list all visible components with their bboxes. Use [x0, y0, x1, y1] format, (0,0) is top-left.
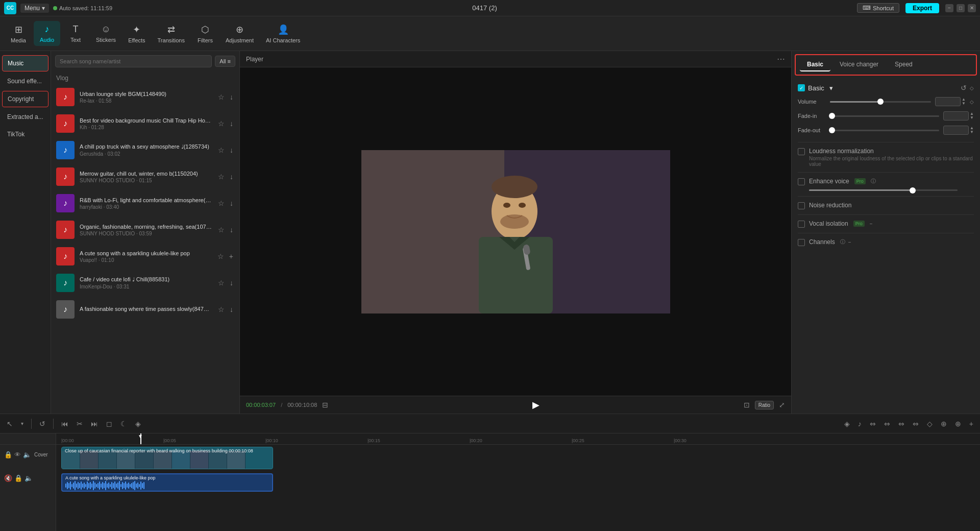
- audio-button[interactable]: ♪: [855, 418, 864, 429]
- enhance-voice-checkbox[interactable]: [798, 178, 805, 185]
- play-button[interactable]: ▶: [532, 399, 540, 411]
- close-button[interactable]: ✕: [968, 4, 976, 12]
- zoom-out-button[interactable]: ⊕: [938, 418, 949, 429]
- fullscreen-button[interactable]: ⤢: [779, 401, 785, 409]
- vocal-info-icon[interactable]: −: [870, 221, 873, 227]
- fadein-slider[interactable]: [830, 115, 939, 117]
- tab-speed[interactable]: Speed: [888, 58, 920, 71]
- undo-button[interactable]: ↺: [37, 418, 48, 429]
- align-button[interactable]: ⇔: [910, 418, 921, 429]
- sidebar-item-copyright[interactable]: Copyright: [2, 91, 48, 107]
- favorite-button[interactable]: ☆: [217, 118, 226, 129]
- audio-lock-icon[interactable]: 🔒: [14, 474, 22, 482]
- player-menu-button[interactable]: ⋯: [777, 54, 785, 64]
- keyframe-button[interactable]: ◇: [924, 418, 935, 429]
- enhance-voice-slider[interactable]: [809, 189, 958, 191]
- vocal-isolation-checkbox[interactable]: [798, 221, 805, 228]
- audio-clip[interactable]: A cute song with a sparkling ukulele-lik…: [61, 473, 273, 492]
- sidebar-item-tiktok[interactable]: TikTok: [2, 127, 48, 142]
- favorite-button[interactable]: ☆: [217, 92, 226, 102]
- volume-input[interactable]: 0.0dB: [935, 97, 961, 106]
- zoom-in-button[interactable]: ⊕: [952, 418, 964, 429]
- fadein-down-arrow[interactable]: ▼: [970, 116, 974, 120]
- toolbar-item-adjustment[interactable]: ⊕ Adjustment: [220, 21, 259, 46]
- select-tool[interactable]: ↖: [4, 418, 15, 429]
- timeline-scroll-area[interactable]: |00:00 |00:05 |00:10 |00:15 |00:20 |00:2…: [56, 433, 980, 531]
- sidebar-item-sound-effects[interactable]: Sound effe...: [2, 74, 48, 89]
- add-track-button[interactable]: +: [967, 418, 976, 429]
- fadeout-down-arrow[interactable]: ▼: [970, 130, 974, 134]
- download-button[interactable]: ↓: [229, 304, 234, 315]
- freeze-button[interactable]: ☾: [118, 418, 130, 429]
- fullscreen-fit-button[interactable]: ⊡: [744, 401, 750, 409]
- favorite-button[interactable]: ☆: [217, 172, 226, 182]
- list-item[interactable]: ♪ A chill pop truck with a sexy atmosphe…: [51, 137, 239, 163]
- search-input[interactable]: [55, 55, 212, 67]
- download-button[interactable]: ↓: [229, 278, 234, 288]
- maximize-button[interactable]: □: [957, 4, 965, 12]
- download-button[interactable]: ↓: [229, 198, 234, 208]
- fadeout-input[interactable]: 0.0s: [943, 126, 969, 135]
- storyboard-button[interactable]: ⊟: [322, 401, 328, 409]
- list-item[interactable]: ♪ Merrow guitar, chill out, winter, emo …: [51, 163, 239, 190]
- minimize-button[interactable]: −: [945, 4, 953, 12]
- download-button[interactable]: ↓: [229, 118, 234, 129]
- split-at-start-button[interactable]: ⏮: [59, 418, 71, 429]
- list-item[interactable]: ♪ R&B with Lo-Fi, light and comfortable …: [51, 190, 239, 216]
- undo-button[interactable]: ↺: [961, 84, 967, 92]
- list-item[interactable]: ♪ Cafe / video cute lofi ♩ Chill(885831)…: [51, 270, 239, 296]
- list-item[interactable]: ♪ A fashionable song where time passes s…: [51, 296, 239, 323]
- toolbar-item-text[interactable]: T Text: [62, 21, 89, 46]
- toolbar-item-stickers[interactable]: ☺ Stickers: [91, 21, 121, 46]
- favorite-button[interactable]: ☆: [217, 145, 226, 155]
- link-button[interactable]: ⇔: [881, 418, 893, 429]
- track-lock-icon[interactable]: 🔒: [4, 451, 12, 458]
- all-filter-button[interactable]: All ≡: [215, 56, 235, 67]
- audio-volume-icon[interactable]: 🔈: [24, 474, 33, 482]
- toolbar-item-transitions[interactable]: ⇄ Transitions: [153, 21, 190, 46]
- favorite-button[interactable]: ☆: [217, 198, 226, 208]
- volume-diamond-button[interactable]: ◇: [970, 99, 974, 105]
- track-visibility-icon[interactable]: 👁: [14, 451, 21, 458]
- fadein-input[interactable]: 0.0s: [943, 111, 969, 120]
- toolbar-item-ai-characters[interactable]: 👤 AI Characters: [261, 21, 305, 46]
- diamond-button[interactable]: ◇: [970, 85, 974, 91]
- group-button[interactable]: ◈: [133, 418, 143, 429]
- list-item[interactable]: ♪ Organic, fashionable, morning, refresh…: [51, 216, 239, 243]
- favorite-button[interactable]: ☆: [217, 225, 226, 235]
- video-clip[interactable]: Close up of caucasian financial reporter…: [61, 447, 273, 469]
- favorite-button[interactable]: ☆: [217, 278, 226, 288]
- channels-info-icon[interactable]: ⓘ: [840, 238, 845, 246]
- delete-button[interactable]: ◻: [104, 418, 115, 429]
- export-button[interactable]: Export: [905, 3, 939, 13]
- split-button[interactable]: ✂: [74, 418, 85, 429]
- tab-basic[interactable]: Basic: [800, 58, 830, 71]
- fadeout-slider[interactable]: [830, 130, 939, 131]
- channels-checkbox[interactable]: [798, 239, 805, 246]
- add-button[interactable]: +: [228, 251, 234, 261]
- download-button[interactable]: ↓: [229, 92, 234, 102]
- favorite-button[interactable]: ☆: [217, 304, 226, 315]
- download-button[interactable]: ↓: [229, 225, 234, 235]
- split-end-button[interactable]: ⏭: [88, 418, 101, 429]
- list-item[interactable]: ♪ Best for video background music Chill …: [51, 110, 239, 137]
- snap-button[interactable]: ◈: [842, 418, 852, 429]
- sidebar-item-music[interactable]: Music: [2, 55, 48, 71]
- volume-slider[interactable]: [830, 101, 931, 103]
- list-item[interactable]: ♪ Urban lounge style BGM(1148490) Re-lax…: [51, 84, 239, 110]
- basic-checkbox[interactable]: ✓: [798, 84, 805, 91]
- tab-voice-changer[interactable]: Voice changer: [832, 58, 886, 71]
- sidebar-item-extracted[interactable]: Extracted a...: [2, 109, 48, 125]
- favorite-button[interactable]: ☆: [216, 251, 225, 261]
- audio-mute-icon[interactable]: 🔇: [4, 474, 12, 482]
- loudness-checkbox[interactable]: [798, 148, 805, 155]
- playhead[interactable]: [140, 433, 141, 444]
- split-audio-button[interactable]: ⇔: [867, 418, 878, 429]
- info-icon[interactable]: ▾: [829, 84, 833, 92]
- noise-reduction-checkbox[interactable]: [798, 202, 805, 209]
- arrow-tool[interactable]: ▾: [18, 419, 26, 428]
- volume-down-arrow[interactable]: ▼: [962, 102, 966, 106]
- list-item[interactable]: ♪ A cute song with a sparkling ukulele-l…: [51, 243, 239, 270]
- toolbar-item-filters[interactable]: ⬡ Filters: [192, 21, 218, 46]
- track-volume-icon[interactable]: 🔈: [23, 451, 31, 458]
